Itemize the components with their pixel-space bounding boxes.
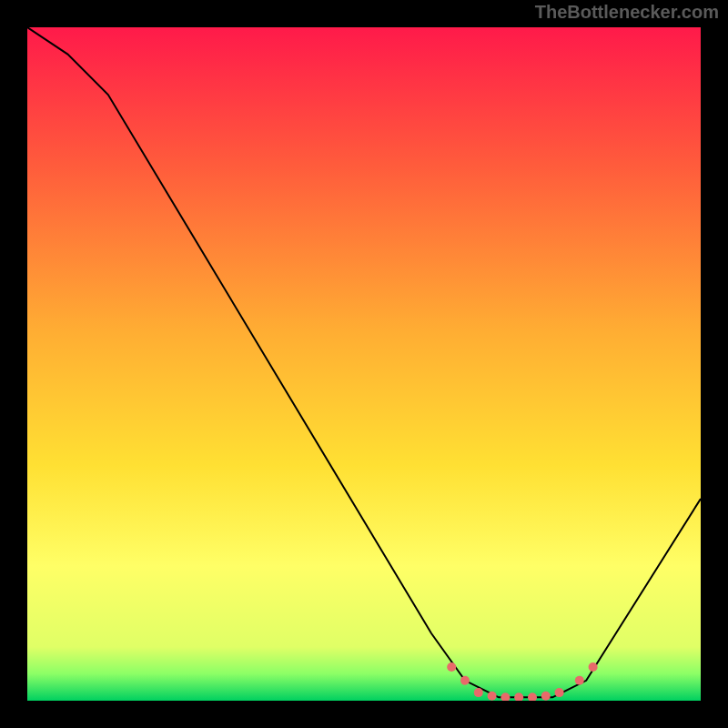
marker-dot [460,676,470,685]
marker-dot [447,662,456,672]
chart-svg [27,27,701,701]
marker-dot [555,688,564,697]
marker-dot [488,692,497,701]
marker-dot [575,676,584,685]
plot-area [27,27,701,701]
watermark-text: TheBottlenecker.com [535,2,719,23]
marker-dot [474,688,483,697]
marker-dot [589,662,598,672]
marker-dot [541,692,551,701]
